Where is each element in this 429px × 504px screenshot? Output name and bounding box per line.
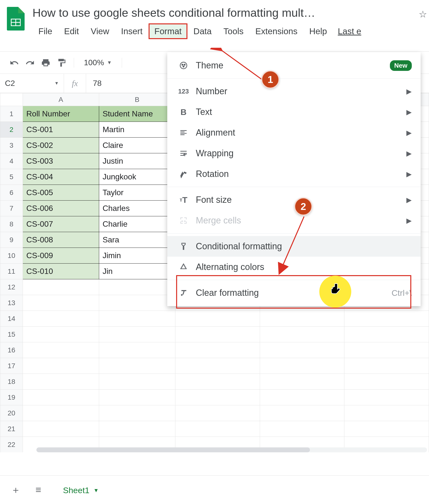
cell[interactable]: CS-005 — [23, 185, 99, 201]
cell[interactable] — [260, 327, 344, 342]
row-header[interactable]: 14 — [0, 311, 23, 327]
cell[interactable]: Charlie — [99, 216, 175, 232]
row-header[interactable]: 2 — [0, 122, 23, 138]
menu-help[interactable]: Help — [303, 23, 333, 39]
cell[interactable]: Justin — [99, 153, 175, 169]
cell[interactable]: Charles — [99, 201, 175, 216]
cell[interactable] — [260, 390, 344, 405]
row-header[interactable]: 7 — [0, 201, 23, 216]
cell[interactable] — [260, 374, 344, 390]
cell[interactable] — [175, 405, 260, 421]
row-header[interactable]: 4 — [0, 153, 23, 169]
menu-file[interactable]: File — [32, 23, 58, 39]
row-header[interactable]: 20 — [0, 405, 23, 421]
row-header[interactable]: 11 — [0, 264, 23, 279]
menu-conditional-formatting[interactable]: Conditional formatting — [167, 236, 421, 257]
horizontal-scrollbar[interactable] — [36, 447, 427, 452]
menu-text[interactable]: B Text ▶ — [167, 102, 421, 122]
column-header[interactable]: B — [99, 93, 175, 106]
cell[interactable]: Jin — [99, 264, 175, 279]
star-icon[interactable]: ☆ — [419, 9, 427, 20]
cell[interactable]: CS-010 — [23, 264, 99, 279]
menu-data[interactable]: Data — [187, 23, 217, 39]
cell[interactable] — [99, 405, 175, 421]
cell[interactable] — [23, 421, 99, 437]
sheet-tab-sheet1[interactable]: Sheet1 ▼ — [54, 479, 108, 501]
cell[interactable] — [175, 374, 260, 390]
cell[interactable] — [344, 421, 429, 437]
cell[interactable]: Martin — [99, 122, 175, 138]
row-header[interactable]: 18 — [0, 374, 23, 390]
cell[interactable] — [260, 311, 344, 327]
row-header[interactable]: 9 — [0, 232, 23, 248]
menu-insert[interactable]: Insert — [115, 23, 149, 39]
cell[interactable] — [23, 327, 99, 342]
row-header[interactable]: 19 — [0, 390, 23, 405]
cell[interactable] — [260, 358, 344, 374]
menu-wrapping[interactable]: Wrapping ▶ — [167, 143, 421, 164]
cell[interactable] — [23, 390, 99, 405]
cell[interactable] — [344, 327, 429, 342]
cell[interactable] — [23, 295, 99, 311]
row-header[interactable]: 8 — [0, 216, 23, 232]
cell[interactable] — [99, 374, 175, 390]
cell[interactable] — [23, 279, 99, 295]
menu-tools[interactable]: Tools — [217, 23, 249, 39]
cell[interactable]: CS-003 — [23, 153, 99, 169]
row-header[interactable]: 15 — [0, 327, 23, 342]
row-header[interactable]: 12 — [0, 279, 23, 295]
row-header[interactable]: 17 — [0, 358, 23, 374]
add-sheet-button[interactable]: ＋ — [9, 483, 23, 497]
scrollbar-thumb[interactable] — [36, 447, 310, 452]
undo-icon[interactable] — [9, 57, 20, 68]
cell[interactable]: CS-007 — [23, 216, 99, 232]
row-header[interactable]: 22 — [0, 437, 23, 453]
cell[interactable] — [99, 342, 175, 358]
row-header[interactable]: 21 — [0, 421, 23, 437]
all-sheets-button[interactable]: ≡ — [31, 483, 45, 497]
cell[interactable] — [344, 342, 429, 358]
cell[interactable] — [260, 421, 344, 437]
cell[interactable]: CS-004 — [23, 169, 99, 185]
menu-theme[interactable]: Theme New — [167, 55, 421, 76]
cell[interactable] — [99, 311, 175, 327]
row-header[interactable]: 16 — [0, 342, 23, 358]
cell[interactable] — [99, 279, 175, 295]
cell[interactable] — [175, 390, 260, 405]
cell[interactable] — [344, 358, 429, 374]
row-header[interactable]: 1 — [0, 106, 23, 122]
cell[interactable] — [344, 405, 429, 421]
menu-font-size[interactable]: тT Font size ▶ — [167, 189, 421, 210]
menu-rotation[interactable]: Rotation ▶ — [167, 164, 421, 184]
row-header[interactable]: 13 — [0, 295, 23, 311]
cell[interactable]: CS-008 — [23, 232, 99, 248]
cell[interactable]: Taylor — [99, 185, 175, 201]
cell[interactable]: Roll Number — [23, 106, 99, 122]
row-header[interactable]: 5 — [0, 169, 23, 185]
paint-format-icon[interactable] — [56, 57, 67, 68]
cell[interactable] — [175, 342, 260, 358]
cell[interactable] — [99, 295, 175, 311]
cell[interactable] — [99, 421, 175, 437]
menu-view[interactable]: View — [85, 23, 115, 39]
menu-extensions[interactable]: Extensions — [249, 23, 303, 39]
cell[interactable]: Student Name — [99, 106, 175, 122]
cell[interactable]: Jimin — [99, 248, 175, 264]
row-header[interactable]: 3 — [0, 138, 23, 153]
menu-alignment[interactable]: Alignment ▶ — [167, 122, 421, 143]
name-box[interactable]: C2 ▼ — [0, 74, 64, 93]
cell[interactable]: CS-002 — [23, 138, 99, 153]
row-header[interactable]: 10 — [0, 248, 23, 264]
cell[interactable] — [99, 327, 175, 342]
cell[interactable] — [175, 358, 260, 374]
cell[interactable]: Sara — [99, 232, 175, 248]
cell[interactable] — [23, 374, 99, 390]
row-header[interactable]: 6 — [0, 185, 23, 201]
menu-clear-formatting[interactable]: Clear formatting Ctrl+\ — [167, 283, 421, 303]
cell[interactable] — [175, 311, 260, 327]
cell[interactable] — [344, 311, 429, 327]
cell[interactable] — [99, 358, 175, 374]
menu-number[interactable]: 123 Number ▶ — [167, 81, 421, 102]
cell[interactable] — [23, 405, 99, 421]
cell[interactable] — [175, 327, 260, 342]
